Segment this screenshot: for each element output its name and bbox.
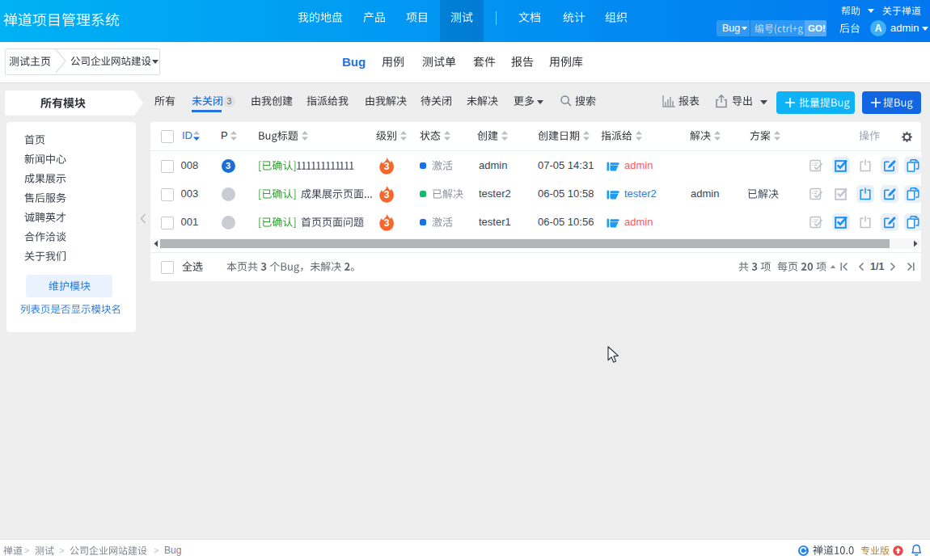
svg-text:3: 3 (384, 161, 390, 172)
svg-text:3: 3 (384, 189, 390, 200)
svg-text:3: 3 (384, 217, 390, 229)
